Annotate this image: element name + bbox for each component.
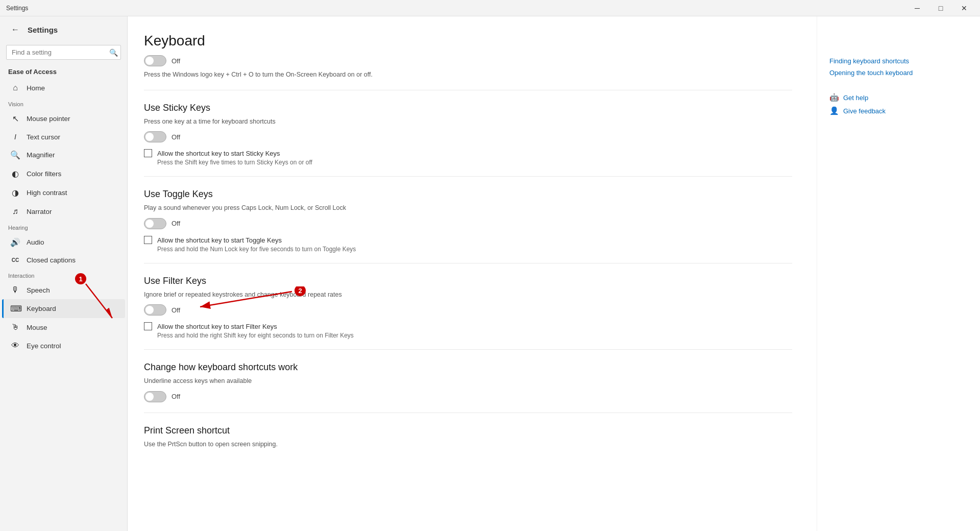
sidebar-item-mouse-pointer[interactable]: ↖ Mouse pointer	[2, 109, 125, 128]
filter-keys-heading: Use Filter Keys	[144, 276, 792, 286]
sidebar-item-keyboard[interactable]: ⌨ Keyboard	[2, 299, 125, 318]
sidebar-item-color-filters[interactable]: ◐ Color filters	[2, 164, 125, 183]
finding-shortcuts-link[interactable]: Finding keyboard shortcuts	[829, 57, 968, 65]
sidebar-item-audio-label: Audio	[27, 238, 44, 246]
sidebar-item-home-label: Home	[27, 84, 45, 92]
print-screen-heading: Print Screen shortcut	[144, 425, 792, 436]
get-help-link[interactable]: 🤖 Get help	[829, 93, 968, 102]
get-help-label: Get help	[843, 94, 868, 102]
search-input[interactable]	[6, 45, 121, 60]
right-panel: Finding keyboard shortcuts Opening the t…	[817, 16, 980, 531]
minimize-button[interactable]: ─	[905, 0, 929, 16]
closed-captions-icon: CC	[10, 257, 20, 263]
sidebar-item-color-filters-label: Color filters	[27, 170, 61, 178]
mouse-icon: 🖰	[10, 323, 20, 332]
interaction-section-label: Interaction	[0, 269, 127, 281]
page-title: Keyboard	[144, 33, 792, 49]
on-screen-keyboard-toggle[interactable]	[144, 55, 166, 66]
sidebar-item-home[interactable]: ⌂ Home	[2, 79, 125, 97]
high-contrast-icon: ◑	[10, 188, 20, 198]
close-button[interactable]: ✕	[952, 0, 976, 16]
sidebar-item-eye-control[interactable]: 👁 Eye control	[2, 336, 125, 355]
sticky-keys-checkbox[interactable]	[144, 149, 152, 157]
narrator-icon: ♬	[10, 207, 20, 216]
sticky-keys-heading: Use Sticky Keys	[144, 103, 792, 113]
home-icon: ⌂	[10, 83, 20, 92]
toggle-keys-checkbox[interactable]	[144, 236, 152, 244]
sidebar-item-keyboard-label: Keyboard	[27, 305, 56, 312]
finding-shortcuts-label: Finding keyboard shortcuts	[829, 57, 909, 65]
mouse-pointer-icon: ↖	[10, 114, 20, 124]
sidebar-item-closed-captions[interactable]: CC Closed captions	[2, 252, 125, 269]
toggle-keys-toggle[interactable]	[144, 218, 166, 229]
sticky-keys-toggle-state: Off	[172, 133, 180, 141]
on-screen-keyboard-toggle-label: Off	[172, 57, 180, 65]
ease-of-access-breadcrumb: Ease of Access	[0, 66, 127, 79]
speech-icon: 🎙	[10, 285, 20, 295]
filter-keys-toggle-state: Off	[172, 306, 180, 314]
sticky-keys-checkbox-label: Allow the shortcut key to start Sticky K…	[157, 150, 280, 157]
toggle-keys-toggle-state: Off	[172, 220, 180, 227]
sidebar-item-speech[interactable]: 🎙 Speech	[2, 281, 125, 299]
sidebar-item-high-contrast[interactable]: ◑ High contrast	[2, 183, 125, 202]
sticky-keys-toggle-label-text: Press one key at a time for keyboard sho…	[144, 117, 792, 127]
opening-touch-link[interactable]: Opening the touch keyboard	[829, 69, 968, 77]
titlebar-controls: ─ □ ✕	[905, 0, 976, 16]
print-screen-description: Use the PrtScn button to open screen sni…	[144, 440, 792, 449]
sidebar: ← Settings 🔍 Ease of Access ⌂ Home Visio…	[0, 16, 128, 531]
sticky-keys-checkbox-note: Press the Shift key five times to turn S…	[157, 159, 312, 166]
filter-keys-toggle[interactable]	[144, 304, 166, 316]
vision-section-label: Vision	[0, 97, 127, 109]
filter-keys-checkbox-note: Press and hold the right Shift key for e…	[157, 332, 354, 339]
sidebar-item-magnifier[interactable]: 🔍 Magnifier	[2, 146, 125, 164]
sidebar-item-magnifier-label: Magnifier	[27, 151, 55, 159]
search-icon[interactable]: 🔍	[109, 49, 118, 57]
filter-keys-toggle-label-text: Ignore brief or repeated keystrokes and …	[144, 291, 792, 300]
sidebar-item-narrator[interactable]: ♬ Narrator	[2, 202, 125, 221]
sidebar-item-closed-captions-label: Closed captions	[27, 256, 76, 264]
sidebar-item-mouse[interactable]: 🖰 Mouse	[2, 318, 125, 336]
toggle-keys-heading: Use Toggle Keys	[144, 189, 792, 200]
keyboard-icon: ⌨	[10, 304, 20, 313]
titlebar: Settings ─ □ ✕	[0, 0, 980, 16]
sidebar-item-mouse-pointer-label: Mouse pointer	[27, 115, 70, 123]
titlebar-title: Settings	[6, 5, 28, 12]
main-area: Keyboard Off Press the Windows logo key …	[128, 16, 980, 531]
opening-touch-label: Opening the touch keyboard	[829, 69, 913, 77]
filter-keys-checkbox[interactable]	[144, 322, 152, 330]
give-feedback-link[interactable]: 👤 Give feedback	[829, 106, 968, 115]
maximize-button[interactable]: □	[929, 0, 952, 16]
sidebar-header: ← Settings	[0, 16, 127, 43]
sidebar-title: Settings	[28, 26, 58, 34]
magnifier-icon: 🔍	[10, 150, 20, 160]
eye-control-icon: 👁	[10, 341, 20, 350]
shortcuts-toggle[interactable]	[144, 391, 166, 402]
toggle-keys-checkbox-label: Allow the shortcut key to start Toggle K…	[157, 236, 282, 244]
sidebar-item-eye-control-label: Eye control	[27, 342, 61, 350]
audio-icon: 🔊	[10, 237, 20, 247]
shortcuts-heading: Change how keyboard shortcuts work	[144, 362, 792, 373]
on-screen-keyboard-description: Press the Windows logo key + Ctrl + O to…	[144, 70, 792, 80]
sticky-keys-toggle[interactable]	[144, 131, 166, 142]
sidebar-item-mouse-label: Mouse	[27, 324, 47, 331]
toggle-keys-checkbox-note: Press and hold the Num Lock key for five…	[157, 246, 356, 253]
hearing-section-label: Hearing	[0, 221, 127, 233]
shortcuts-toggle-label-text: Underline access keys when available	[144, 377, 792, 386]
content-area: Keyboard Off Press the Windows logo key …	[128, 16, 817, 531]
color-filters-icon: ◐	[10, 169, 20, 179]
sidebar-item-speech-label: Speech	[27, 286, 50, 294]
shortcuts-toggle-state: Off	[172, 393, 180, 400]
back-button[interactable]: ←	[8, 22, 22, 37]
toggle-keys-toggle-label-text: Play a sound whenever you press Caps Loc…	[144, 204, 792, 213]
sidebar-item-text-cursor[interactable]: I Text cursor	[2, 128, 125, 146]
give-feedback-label: Give feedback	[843, 107, 886, 115]
search-box: 🔍	[6, 45, 121, 60]
text-cursor-icon: I	[10, 133, 20, 141]
sidebar-item-audio[interactable]: 🔊 Audio	[2, 233, 125, 252]
sidebar-item-high-contrast-label: High contrast	[27, 189, 67, 197]
sidebar-item-text-cursor-label: Text cursor	[27, 133, 60, 141]
sidebar-item-narrator-label: Narrator	[27, 208, 52, 215]
filter-keys-checkbox-label: Allow the shortcut key to start Filter K…	[157, 323, 277, 330]
